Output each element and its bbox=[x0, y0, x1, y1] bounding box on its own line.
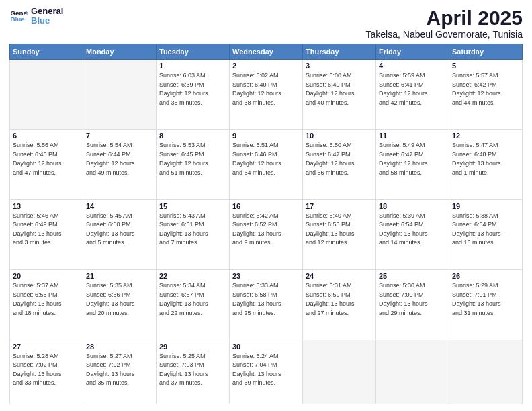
title-block: April 2025 Takelsa, Nabeul Governorate, … bbox=[366, 7, 523, 40]
day-detail: Sunrise: 5:34 AM Sunset: 6:57 PM Dayligh… bbox=[159, 281, 226, 318]
calendar-cell bbox=[376, 340, 449, 404]
day-number: 8 bbox=[159, 132, 226, 140]
day-detail: Sunrise: 5:46 AM Sunset: 6:49 PM Dayligh… bbox=[13, 212, 80, 248]
svg-text:Blue: Blue bbox=[10, 16, 25, 24]
day-number: 2 bbox=[232, 62, 300, 70]
header: General Blue General Blue April 2025 Tak… bbox=[9, 7, 523, 40]
calendar-cell: 9Sunrise: 5:51 AM Sunset: 6:46 PM Daylig… bbox=[230, 130, 303, 199]
day-detail: Sunrise: 5:35 AM Sunset: 6:56 PM Dayligh… bbox=[86, 281, 153, 318]
calendar-cell: 20Sunrise: 5:37 AM Sunset: 6:55 PM Dayli… bbox=[10, 270, 83, 340]
calendar-cell: 11Sunrise: 5:49 AM Sunset: 6:47 PM Dayli… bbox=[376, 130, 449, 199]
day-detail: Sunrise: 5:43 AM Sunset: 6:51 PM Dayligh… bbox=[159, 212, 226, 248]
calendar-table: SundayMondayTuesdayWednesdayThursdayFrid… bbox=[9, 44, 523, 404]
day-detail: Sunrise: 5:45 AM Sunset: 6:50 PM Dayligh… bbox=[86, 212, 153, 248]
day-number: 11 bbox=[379, 132, 446, 140]
day-number: 14 bbox=[86, 202, 153, 210]
logo-line2: Blue bbox=[31, 16, 63, 26]
calendar-cell: 12Sunrise: 5:47 AM Sunset: 6:48 PM Dayli… bbox=[449, 130, 523, 199]
week-row-2: 6Sunrise: 5:56 AM Sunset: 6:43 PM Daylig… bbox=[10, 130, 523, 199]
weekday-header-thursday: Thursday bbox=[303, 44, 376, 60]
day-number: 21 bbox=[86, 272, 153, 280]
calendar-cell: 28Sunrise: 5:27 AM Sunset: 7:02 PM Dayli… bbox=[83, 340, 157, 404]
calendar-cell: 14Sunrise: 5:45 AM Sunset: 6:50 PM Dayli… bbox=[83, 199, 157, 269]
day-number: 22 bbox=[159, 272, 226, 280]
day-detail: Sunrise: 5:39 AM Sunset: 6:54 PM Dayligh… bbox=[379, 212, 446, 248]
day-detail: Sunrise: 5:57 AM Sunset: 6:42 PM Dayligh… bbox=[452, 71, 519, 107]
day-detail: Sunrise: 5:31 AM Sunset: 6:59 PM Dayligh… bbox=[306, 281, 373, 318]
day-detail: Sunrise: 5:49 AM Sunset: 6:47 PM Dayligh… bbox=[379, 141, 446, 177]
week-row-4: 20Sunrise: 5:37 AM Sunset: 6:55 PM Dayli… bbox=[10, 270, 523, 340]
calendar-cell: 24Sunrise: 5:31 AM Sunset: 6:59 PM Dayli… bbox=[303, 270, 376, 340]
calendar-cell: 2Sunrise: 6:02 AM Sunset: 6:40 PM Daylig… bbox=[230, 60, 303, 130]
calendar-cell: 18Sunrise: 5:39 AM Sunset: 6:54 PM Dayli… bbox=[376, 199, 449, 269]
day-detail: Sunrise: 5:56 AM Sunset: 6:43 PM Dayligh… bbox=[13, 141, 80, 177]
day-detail: Sunrise: 5:24 AM Sunset: 7:04 PM Dayligh… bbox=[232, 352, 300, 388]
day-detail: Sunrise: 6:02 AM Sunset: 6:40 PM Dayligh… bbox=[232, 71, 300, 107]
day-number: 19 bbox=[452, 202, 519, 210]
day-number: 26 bbox=[452, 272, 519, 280]
day-detail: Sunrise: 5:28 AM Sunset: 7:02 PM Dayligh… bbox=[13, 352, 80, 388]
month-title: April 2025 bbox=[366, 7, 523, 29]
day-number: 6 bbox=[13, 132, 80, 140]
day-detail: Sunrise: 5:47 AM Sunset: 6:48 PM Dayligh… bbox=[452, 141, 519, 177]
calendar-cell: 5Sunrise: 5:57 AM Sunset: 6:42 PM Daylig… bbox=[449, 60, 523, 130]
calendar-cell: 16Sunrise: 5:42 AM Sunset: 6:52 PM Dayli… bbox=[230, 199, 303, 269]
day-detail: Sunrise: 5:37 AM Sunset: 6:55 PM Dayligh… bbox=[13, 281, 80, 318]
week-row-3: 13Sunrise: 5:46 AM Sunset: 6:49 PM Dayli… bbox=[10, 199, 523, 269]
day-detail: Sunrise: 6:00 AM Sunset: 6:40 PM Dayligh… bbox=[306, 71, 373, 107]
calendar-cell: 8Sunrise: 5:53 AM Sunset: 6:45 PM Daylig… bbox=[157, 130, 230, 199]
calendar-cell: 22Sunrise: 5:34 AM Sunset: 6:57 PM Dayli… bbox=[157, 270, 230, 340]
location-title: Takelsa, Nabeul Governorate, Tunisia bbox=[366, 29, 523, 40]
day-detail: Sunrise: 6:03 AM Sunset: 6:39 PM Dayligh… bbox=[159, 71, 226, 107]
week-row-5: 27Sunrise: 5:28 AM Sunset: 7:02 PM Dayli… bbox=[10, 340, 523, 404]
day-number: 10 bbox=[306, 132, 373, 140]
weekday-header-wednesday: Wednesday bbox=[230, 44, 303, 60]
day-number: 9 bbox=[232, 132, 300, 140]
weekday-header-friday: Friday bbox=[376, 44, 449, 60]
day-number: 15 bbox=[159, 202, 226, 210]
day-number: 12 bbox=[452, 132, 519, 140]
day-detail: Sunrise: 5:40 AM Sunset: 6:53 PM Dayligh… bbox=[306, 212, 373, 248]
day-detail: Sunrise: 5:29 AM Sunset: 7:01 PM Dayligh… bbox=[452, 281, 519, 318]
day-detail: Sunrise: 5:50 AM Sunset: 6:47 PM Dayligh… bbox=[306, 141, 373, 177]
day-detail: Sunrise: 5:42 AM Sunset: 6:52 PM Dayligh… bbox=[232, 212, 300, 248]
logo: General Blue General Blue bbox=[9, 7, 63, 26]
day-detail: Sunrise: 5:25 AM Sunset: 7:03 PM Dayligh… bbox=[159, 352, 226, 388]
weekday-header-tuesday: Tuesday bbox=[157, 44, 230, 60]
day-number: 17 bbox=[306, 202, 373, 210]
calendar-cell: 6Sunrise: 5:56 AM Sunset: 6:43 PM Daylig… bbox=[10, 130, 83, 199]
day-number: 25 bbox=[379, 272, 446, 280]
day-number: 29 bbox=[159, 342, 226, 351]
weekday-header-monday: Monday bbox=[83, 44, 157, 60]
day-detail: Sunrise: 5:38 AM Sunset: 6:54 PM Dayligh… bbox=[452, 212, 519, 248]
calendar-cell: 7Sunrise: 5:54 AM Sunset: 6:44 PM Daylig… bbox=[83, 130, 157, 199]
weekday-header-sunday: Sunday bbox=[10, 44, 83, 60]
calendar-cell bbox=[449, 340, 523, 404]
day-detail: Sunrise: 5:27 AM Sunset: 7:02 PM Dayligh… bbox=[86, 352, 153, 388]
calendar-cell: 1Sunrise: 6:03 AM Sunset: 6:39 PM Daylig… bbox=[157, 60, 230, 130]
day-detail: Sunrise: 5:59 AM Sunset: 6:41 PM Dayligh… bbox=[379, 71, 446, 107]
day-detail: Sunrise: 5:54 AM Sunset: 6:44 PM Dayligh… bbox=[86, 141, 153, 177]
day-number: 27 bbox=[13, 342, 80, 351]
day-number: 16 bbox=[232, 202, 300, 210]
day-detail: Sunrise: 5:51 AM Sunset: 6:46 PM Dayligh… bbox=[232, 141, 300, 177]
calendar-cell: 25Sunrise: 5:30 AM Sunset: 7:00 PM Dayli… bbox=[376, 270, 449, 340]
day-number: 30 bbox=[232, 342, 300, 351]
weekday-header-saturday: Saturday bbox=[449, 44, 523, 60]
calendar-cell: 4Sunrise: 5:59 AM Sunset: 6:41 PM Daylig… bbox=[376, 60, 449, 130]
weekday-header-row: SundayMondayTuesdayWednesdayThursdayFrid… bbox=[10, 44, 523, 60]
calendar-cell: 27Sunrise: 5:28 AM Sunset: 7:02 PM Dayli… bbox=[10, 340, 83, 404]
calendar-cell: 19Sunrise: 5:38 AM Sunset: 6:54 PM Dayli… bbox=[449, 199, 523, 269]
day-number: 24 bbox=[306, 272, 373, 280]
calendar-cell: 3Sunrise: 6:00 AM Sunset: 6:40 PM Daylig… bbox=[303, 60, 376, 130]
calendar-cell: 13Sunrise: 5:46 AM Sunset: 6:49 PM Dayli… bbox=[10, 199, 83, 269]
calendar-cell: 15Sunrise: 5:43 AM Sunset: 6:51 PM Dayli… bbox=[157, 199, 230, 269]
day-number: 23 bbox=[232, 272, 300, 280]
logo-line1: General bbox=[31, 7, 63, 16]
day-number: 3 bbox=[306, 62, 373, 70]
day-number: 28 bbox=[86, 342, 153, 351]
calendar-cell: 17Sunrise: 5:40 AM Sunset: 6:53 PM Dayli… bbox=[303, 199, 376, 269]
day-number: 1 bbox=[159, 62, 226, 70]
day-number: 20 bbox=[13, 272, 80, 280]
week-row-1: 1Sunrise: 6:03 AM Sunset: 6:39 PM Daylig… bbox=[10, 60, 523, 130]
